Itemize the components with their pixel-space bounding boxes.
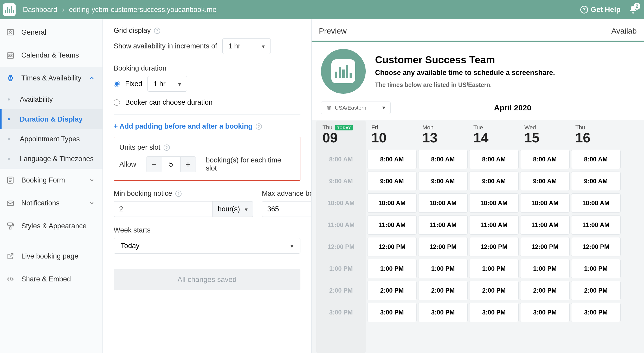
- time-slot: 8:00 AM: [318, 150, 364, 169]
- time-slot[interactable]: 3:00 PM: [418, 303, 468, 322]
- sidebar-sub-appointment-types[interactable]: Appointment Types: [0, 129, 102, 149]
- settings-form-panel: Grid display ? Show availability in incr…: [103, 19, 312, 353]
- caret-down-icon: [262, 42, 265, 50]
- chevron-down-icon: [89, 200, 95, 206]
- caret-down-icon: [291, 242, 293, 250]
- increment-select[interactable]: 1 hr: [222, 38, 271, 54]
- day-number: 10: [371, 131, 413, 144]
- time-slot[interactable]: 2:00 PM: [520, 281, 570, 300]
- time-slot[interactable]: 10:00 AM: [571, 193, 621, 213]
- stepper-plus-button[interactable]: +: [181, 157, 196, 172]
- time-slot[interactable]: 11:00 AM: [571, 215, 621, 235]
- help-icon[interactable]: ?: [154, 28, 160, 34]
- form-icon: [6, 176, 15, 184]
- svg-rect-2: [7, 53, 14, 58]
- time-slot[interactable]: 3:00 PM: [469, 303, 519, 322]
- time-slot[interactable]: 12:00 PM: [469, 237, 519, 256]
- min-notice-input[interactable]: [114, 201, 212, 217]
- time-slot[interactable]: 12:00 PM: [367, 237, 417, 256]
- calendar-grid: ThuTODAY098:00 AM9:00 AM10:00 AM11:00 AM…: [312, 120, 644, 353]
- time-slot[interactable]: 10:00 AM: [469, 193, 519, 213]
- tab-availability[interactable]: Availab: [604, 21, 644, 41]
- time-slot[interactable]: 3:00 PM: [571, 303, 621, 322]
- app-logo[interactable]: [3, 3, 16, 16]
- breadcrumb-url[interactable]: ycbm-customersuccess.youcanbook.me: [92, 6, 216, 14]
- week-starts-select[interactable]: Today: [114, 238, 300, 254]
- chevron-up-icon: [89, 75, 95, 81]
- time-slot[interactable]: 2:00 PM: [571, 281, 621, 300]
- fixed-duration-select[interactable]: 1 hr: [147, 76, 187, 92]
- sidebar-item-notifications[interactable]: Notifications: [0, 192, 102, 215]
- fixed-duration-radio[interactable]: [114, 81, 120, 87]
- timezone-select[interactable]: USA/Eastern: [321, 102, 391, 114]
- time-slot[interactable]: 8:00 AM: [418, 150, 468, 169]
- time-slot[interactable]: 8:00 AM: [469, 150, 519, 169]
- min-notice-unit-select[interactable]: hour(s): [212, 201, 253, 217]
- help-icon[interactable]: ?: [164, 144, 170, 151]
- svg-point-4: [11, 55, 12, 57]
- notifications-bell[interactable]: 2: [628, 5, 638, 14]
- booker-choose-radio[interactable]: [114, 99, 120, 106]
- sidebar: General Calendar & Teams Times & Availab…: [0, 19, 103, 353]
- caret-down-icon: [382, 104, 385, 111]
- sidebar-item-calendar-teams[interactable]: Calendar & Teams: [0, 44, 102, 67]
- time-slot[interactable]: 9:00 AM: [520, 172, 570, 191]
- time-slot[interactable]: 2:00 PM: [367, 281, 417, 300]
- time-slot[interactable]: 10:00 AM: [367, 193, 417, 213]
- sidebar-item-live-booking-page[interactable]: Live booking page: [0, 245, 102, 268]
- sidebar-item-booking-form[interactable]: Booking Form: [0, 169, 102, 192]
- time-slot[interactable]: 8:00 AM: [367, 150, 417, 169]
- time-slot[interactable]: 12:00 PM: [520, 237, 570, 256]
- help-icon[interactable]: ?: [175, 191, 182, 197]
- sidebar-sub-duration-display[interactable]: Duration & Display: [0, 109, 102, 129]
- time-slot[interactable]: 9:00 AM: [418, 172, 468, 191]
- sidebar-sub-language-timezones[interactable]: Language & Timezones: [0, 149, 102, 169]
- breadcrumb-dashboard[interactable]: Dashboard: [23, 6, 57, 14]
- time-slot: 10:00 AM: [318, 193, 364, 213]
- sidebar-item-share-embed[interactable]: Share & Embed: [0, 268, 102, 291]
- today-badge: TODAY: [335, 125, 353, 130]
- help-icon[interactable]: ?: [256, 123, 262, 130]
- time-slot[interactable]: 2:00 PM: [469, 281, 519, 300]
- sidebar-item-styles-appearance[interactable]: Styles & Appearance: [0, 215, 102, 237]
- day-column: Fri108:00 AM9:00 AM10:00 AM11:00 AM12:00…: [367, 121, 417, 353]
- time-slot[interactable]: 8:00 AM: [520, 150, 570, 169]
- tab-preview[interactable]: Preview: [312, 21, 354, 41]
- time-slot[interactable]: 9:00 AM: [469, 172, 519, 191]
- time-slot[interactable]: 10:00 AM: [418, 193, 468, 213]
- time-slot[interactable]: 11:00 AM: [367, 215, 417, 235]
- add-padding-link[interactable]: + Add padding before and after a booking…: [114, 122, 300, 130]
- sidebar-item-general[interactable]: General: [0, 21, 102, 44]
- time-slot[interactable]: 3:00 PM: [520, 303, 570, 322]
- time-slot[interactable]: 11:00 AM: [469, 215, 519, 235]
- time-slot[interactable]: 12:00 PM: [571, 237, 621, 256]
- time-slot[interactable]: 9:00 AM: [571, 172, 621, 191]
- globe-icon: [326, 105, 332, 110]
- preview-subtitle: Choose any available time to schedule a …: [375, 69, 555, 77]
- time-slot[interactable]: 11:00 AM: [520, 215, 570, 235]
- time-slot[interactable]: 1:00 PM: [367, 259, 417, 278]
- top-bar: Dashboard › editing ycbm-customersuccess…: [0, 0, 644, 19]
- sidebar-sub-availability[interactable]: Availability: [0, 90, 102, 109]
- time-slot[interactable]: 9:00 AM: [367, 172, 417, 191]
- time-slot[interactable]: 1:00 PM: [571, 259, 621, 278]
- stepper-minus-button[interactable]: −: [146, 157, 162, 172]
- notification-count-badge: 2: [634, 3, 640, 10]
- time-slot[interactable]: 1:00 PM: [418, 259, 468, 278]
- max-advance-input[interactable]: [262, 201, 312, 217]
- mail-icon: [6, 199, 15, 207]
- day-number: 13: [422, 131, 463, 144]
- time-slot[interactable]: 1:00 PM: [520, 259, 570, 278]
- units-input[interactable]: [162, 157, 181, 172]
- time-slot[interactable]: 8:00 AM: [571, 150, 621, 169]
- time-slot[interactable]: 1:00 PM: [469, 259, 519, 278]
- sidebar-item-times-availability[interactable]: Times & Availability: [0, 67, 102, 90]
- time-slot[interactable]: 2:00 PM: [418, 281, 468, 300]
- time-slot[interactable]: 11:00 AM: [418, 215, 468, 235]
- get-help-button[interactable]: ? Get Help: [580, 5, 621, 14]
- time-slot[interactable]: 12:00 PM: [418, 237, 468, 256]
- units-per-slot-label: Units per slot: [119, 143, 160, 152]
- time-slot[interactable]: 3:00 PM: [367, 303, 417, 322]
- svg-rect-7: [7, 201, 14, 205]
- time-slot[interactable]: 10:00 AM: [520, 193, 570, 213]
